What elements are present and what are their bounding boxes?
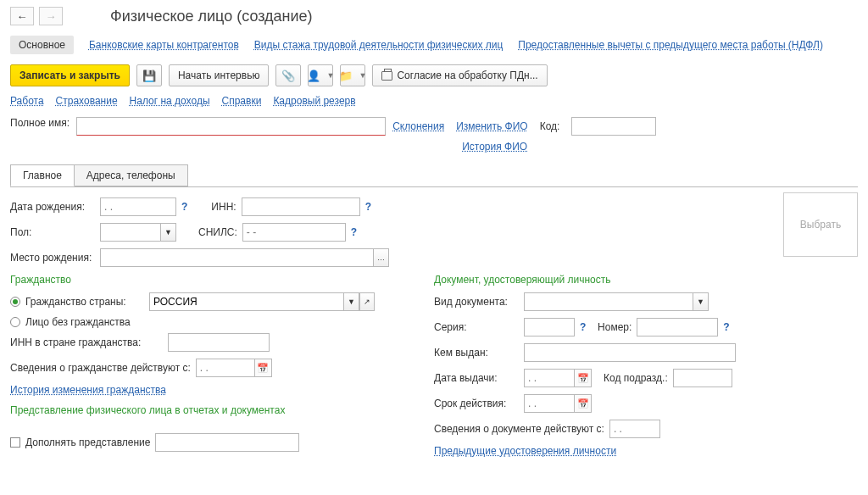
dropdown-button[interactable]: ▼ [344, 292, 359, 311]
cit-date-input[interactable] [196, 359, 255, 377]
help-icon[interactable]: ? [181, 201, 187, 213]
sublink-job[interactable]: Работа [10, 95, 44, 107]
doc-info-label: Сведения о документе действуют с: [434, 423, 604, 435]
help-icon[interactable]: ? [351, 226, 357, 238]
citizenship-history-link[interactable]: История изменения гражданства [10, 384, 166, 396]
attach-button[interactable]: 📎 [275, 64, 301, 86]
birthplace-input[interactable] [100, 248, 374, 267]
country-input[interactable] [149, 292, 344, 311]
nav-tab-deductions[interactable]: Предоставленные вычеты с предыдущего мес… [518, 39, 823, 51]
prev-docs-link[interactable]: Предыдущие удостоверения личности [434, 445, 616, 457]
consent-button[interactable]: Согласие на обработку ПДн... [372, 64, 547, 86]
declensions-link[interactable]: Склонения [392, 120, 444, 132]
nav-tab-experience[interactable]: Виды стажа трудовой деятельности физичес… [254, 39, 503, 51]
birthdate-label: Дата рождения: [10, 201, 95, 213]
country-radio[interactable] [10, 297, 20, 307]
nav-back-button[interactable]: ← [10, 7, 34, 25]
nav-tab-main[interactable]: Основное [10, 36, 74, 54]
sublink-tax[interactable]: Налог на доходы [130, 95, 210, 107]
paperclip-icon: 📎 [281, 70, 295, 82]
fullname-input[interactable] [76, 117, 386, 136]
fullname-label: Полное имя: [10, 117, 70, 129]
no-country-radio[interactable] [10, 317, 20, 327]
birthdate-input[interactable] [100, 197, 176, 216]
issue-date-input[interactable] [524, 369, 575, 387]
gender-input[interactable] [100, 223, 161, 242]
div-code-label: Код подразд.: [604, 372, 668, 384]
birthplace-label: Место рождения: [10, 252, 95, 264]
calendar-icon[interactable]: 📅 [575, 394, 592, 413]
folder-icon: 📁 [339, 70, 353, 82]
help-icon[interactable]: ? [723, 321, 729, 333]
tab-main[interactable]: Главное [10, 164, 75, 186]
doc-type-label: Вид документа: [434, 296, 519, 308]
chevron-down-icon: ▼ [326, 71, 334, 80]
print-icon [381, 71, 392, 81]
sublink-insurance[interactable]: Страхование [56, 95, 118, 107]
country-label: Гражданство страны: [25, 296, 144, 308]
save-and-close-button[interactable]: Записать и закрыть [10, 64, 130, 86]
floppy-icon: 💾 [142, 70, 156, 82]
snils-label: СНИЛС: [198, 226, 237, 238]
inn-input[interactable] [242, 197, 360, 216]
help-icon[interactable]: ? [365, 201, 371, 213]
snils-input[interactable] [242, 223, 346, 242]
div-code-input[interactable] [673, 369, 732, 387]
number-input[interactable] [637, 318, 718, 336]
fio-history-link[interactable]: История ФИО [462, 141, 656, 153]
help-icon[interactable]: ? [580, 321, 586, 333]
series-label: Серия: [434, 321, 519, 333]
page-title: Физическое лицо (создание) [110, 8, 313, 25]
dropdown-button[interactable]: ▼ [693, 292, 709, 311]
cit-info-label: Сведения о гражданстве действуют с: [10, 362, 191, 374]
person-icon: 👤 [307, 70, 320, 82]
series-input[interactable] [524, 318, 575, 336]
document-legend: Документ, удостоверяющий личность [434, 274, 858, 286]
code-input[interactable] [571, 117, 656, 136]
issued-label: Кем выдан: [434, 347, 519, 359]
supplement-label: Дополнять представление [25, 437, 150, 448]
save-button[interactable]: 💾 [136, 64, 162, 86]
nav-forward-button[interactable]: → [39, 7, 63, 25]
gender-label: Пол: [10, 226, 95, 238]
no-country-label: Лицо без гражданства [25, 316, 131, 328]
chevron-down-icon: ▼ [359, 71, 366, 80]
inn-country-label: ИНН в стране гражданства: [10, 336, 163, 348]
folder-dropdown-button[interactable]: 📁▼ [340, 64, 365, 86]
calendar-icon[interactable]: 📅 [575, 369, 592, 387]
supplement-input[interactable] [155, 433, 299, 452]
person-dropdown-button[interactable]: 👤▼ [308, 64, 333, 86]
supplement-checkbox[interactable] [10, 437, 20, 448]
sublink-refs[interactable]: Справки [222, 95, 262, 107]
valid-label: Срок действия: [434, 398, 519, 409]
representation-legend: Представление физического лица в отчетах… [10, 404, 409, 416]
valid-date-input[interactable] [524, 394, 575, 413]
tab-contacts[interactable]: Адреса, телефоны [74, 164, 188, 186]
open-button[interactable]: ↗ [359, 292, 375, 311]
change-fio-link[interactable]: Изменить ФИО [456, 120, 528, 132]
inn-country-input[interactable] [168, 333, 270, 352]
calendar-icon[interactable]: 📅 [255, 359, 272, 377]
dropdown-button[interactable]: ▼ [161, 223, 176, 242]
citizenship-legend: Гражданство [10, 274, 409, 286]
start-interview-button[interactable]: Начать интервью [169, 64, 270, 86]
inn-label: ИНН: [211, 201, 236, 213]
doc-info-date-input[interactable] [609, 420, 660, 438]
issued-input[interactable] [524, 343, 736, 362]
number-label: Номер: [591, 321, 632, 333]
code-label: Код: [540, 120, 560, 132]
nav-tab-bank-cards[interactable]: Банковские карты контрагентов [89, 39, 239, 51]
photo-select-button[interactable]: Выбрать [783, 192, 858, 257]
sublink-reserve[interactable]: Кадровый резерв [273, 95, 355, 107]
more-button[interactable]: … [374, 248, 389, 267]
doc-type-input[interactable] [524, 292, 693, 311]
issue-date-label: Дата выдачи: [434, 372, 519, 384]
